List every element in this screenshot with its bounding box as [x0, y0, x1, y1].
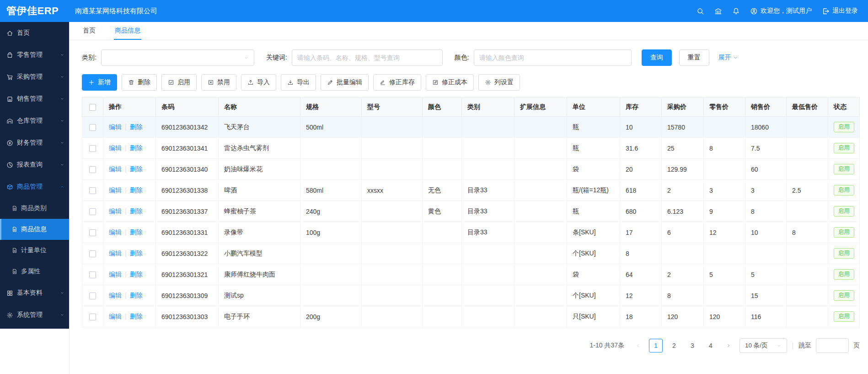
row-checkbox[interactable]	[89, 208, 96, 215]
cell	[462, 117, 514, 138]
expand-link[interactable]: 展开	[718, 54, 738, 62]
enable-button[interactable]: 启用	[161, 74, 197, 91]
search-icon[interactable]	[697, 7, 704, 15]
page-button-3[interactable]: 3	[686, 339, 699, 352]
row-checkbox[interactable]	[89, 314, 96, 320]
row-checkbox[interactable]	[89, 293, 96, 299]
status-cell: 启用	[828, 201, 860, 222]
keyword-input[interactable]	[292, 49, 443, 66]
row-checkbox[interactable]	[89, 250, 96, 257]
edit-link[interactable]: 编辑	[109, 292, 122, 299]
status-cell: 启用	[828, 180, 860, 201]
column-settings-button[interactable]: 列设置	[478, 74, 520, 91]
cell: 12	[620, 285, 662, 306]
edit-link[interactable]: 编辑	[109, 186, 122, 194]
status-cell: 启用	[828, 264, 860, 285]
cell: 电子手环	[219, 306, 300, 327]
delete-link[interactable]: 删除	[130, 292, 143, 299]
fix-stock-button[interactable]: 修正库存	[373, 74, 421, 91]
sidebar-item-purchase[interactable]: 采购管理	[0, 66, 69, 88]
sidebar-item-retail[interactable]: 零售管理	[0, 44, 69, 66]
next-page-button[interactable]	[722, 339, 735, 352]
export-button[interactable]: 导出	[281, 74, 316, 91]
tab-goods-info[interactable]: 商品信息	[114, 22, 141, 40]
delete-link[interactable]: 删除	[130, 207, 143, 215]
page-size-select[interactable]: 10 条/页	[739, 338, 787, 353]
sidebar-item-home[interactable]: 首页	[0, 22, 69, 44]
bank-icon[interactable]	[714, 7, 722, 15]
x-square-icon	[208, 79, 214, 86]
tab-home[interactable]: 首页	[82, 22, 96, 40]
button-label: 列设置	[494, 78, 514, 87]
sidebar-item-system[interactable]: 系统管理	[0, 304, 69, 326]
delete-link[interactable]: 删除	[130, 144, 143, 152]
checkbox-cell	[82, 201, 103, 222]
plus-icon	[88, 79, 95, 86]
delete-link[interactable]: 删除	[130, 271, 143, 278]
sidebar-item-finance[interactable]: 财务管理	[0, 132, 69, 154]
trash-icon	[128, 79, 134, 86]
color-input[interactable]	[474, 49, 632, 66]
user-welcome[interactable]: 欢迎您，测试用户	[750, 7, 812, 15]
sidebar-item-sales[interactable]: 销售管理	[0, 88, 69, 110]
edit-link[interactable]: 编辑	[109, 271, 122, 278]
sidebar-item-report[interactable]: 报表查询	[0, 154, 69, 176]
row-checkbox[interactable]	[89, 271, 96, 278]
delete-link[interactable]: 删除	[130, 313, 143, 320]
prev-page-button[interactable]	[632, 339, 644, 352]
logout-button[interactable]: 退出登录	[822, 7, 858, 15]
sidebar-item-basic[interactable]: 基本资料	[0, 282, 69, 304]
column-header: 采购价	[662, 98, 704, 117]
sidebar-item-goods[interactable]: 商品管理	[0, 176, 69, 198]
checkbox-cell	[82, 306, 103, 327]
bell-icon[interactable]	[732, 7, 740, 15]
delete-button[interactable]: 删除	[122, 74, 157, 91]
delete-link[interactable]: 删除	[130, 123, 143, 130]
edit-link[interactable]: 编辑	[109, 207, 122, 215]
edit-link[interactable]: 编辑	[109, 144, 122, 152]
sidebar-subitem-multi-attr[interactable]: 多属性	[0, 261, 69, 282]
delete-link[interactable]: 删除	[130, 186, 143, 194]
cell: 17	[620, 222, 662, 243]
delete-link[interactable]: 删除	[130, 228, 143, 236]
ops-cell: 编辑|删除	[103, 159, 156, 180]
sidebar-subitem-measure-unit[interactable]: 计量单位	[0, 240, 69, 261]
sidebar-subitem-goods-category[interactable]: 商品类别	[0, 198, 69, 219]
status-badge: 启用	[834, 185, 854, 195]
row-checkbox[interactable]	[89, 229, 96, 236]
import-button[interactable]: 导入	[241, 74, 276, 91]
row-checkbox[interactable]	[89, 124, 96, 131]
cell	[787, 306, 828, 327]
fix-cost-button[interactable]: 修正成本	[426, 74, 474, 91]
sidebar-item-warehouse[interactable]: 仓库管理	[0, 110, 69, 132]
page-button-1[interactable]: 1	[649, 339, 663, 352]
search-button[interactable]: 查询	[642, 49, 672, 66]
row-checkbox[interactable]	[89, 145, 96, 152]
page-button-2[interactable]: 2	[667, 339, 681, 352]
doc-icon	[11, 268, 18, 275]
jump-page-input[interactable]	[816, 338, 849, 353]
cell: 啤酒	[219, 180, 300, 201]
category-select[interactable]	[101, 49, 254, 66]
sidebar-subitem-goods-info[interactable]: 商品信息	[0, 219, 69, 240]
delete-link[interactable]: 删除	[130, 165, 143, 173]
select-all-checkbox[interactable]	[89, 104, 96, 111]
status-badge: 启用	[834, 227, 854, 238]
row-checkbox[interactable]	[89, 187, 96, 194]
batch-edit-button[interactable]: 批量编辑	[321, 74, 369, 91]
row-checkbox[interactable]	[89, 166, 96, 173]
cell: 目录33	[462, 180, 514, 201]
add-button[interactable]: 新增	[82, 74, 117, 91]
disable-button[interactable]: 禁用	[201, 74, 236, 91]
reset-button[interactable]: 重置	[679, 49, 709, 66]
cell: 3	[704, 180, 745, 201]
edit-link[interactable]: 编辑	[109, 123, 122, 130]
checkbox-cell	[82, 285, 103, 306]
edit-link[interactable]: 编辑	[109, 313, 122, 320]
page-button-4[interactable]: 4	[704, 339, 718, 352]
edit-link[interactable]: 编辑	[109, 249, 122, 257]
edit-link[interactable]: 编辑	[109, 228, 122, 236]
cell	[514, 306, 567, 327]
delete-link[interactable]: 删除	[130, 249, 143, 257]
edit-link[interactable]: 编辑	[109, 165, 122, 173]
